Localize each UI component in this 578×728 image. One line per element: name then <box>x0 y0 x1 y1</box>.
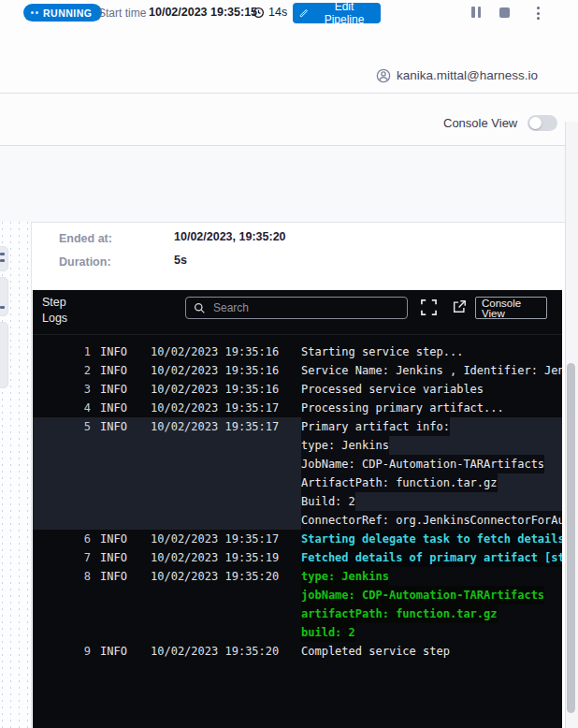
log-message: Completed service step <box>301 642 450 661</box>
log-console-header: Step Logs <box>33 290 562 335</box>
console-view-label: Console View <box>443 116 517 130</box>
execution-graph-area <box>0 146 565 222</box>
step-logs-console: Step Logs <box>33 290 562 728</box>
log-search-box <box>185 297 408 319</box>
log-line: 8 INFO 10/02/2023 19:35:20 type: Jenkins <box>33 567 562 586</box>
log-line: type: Jenkins <box>33 436 562 455</box>
log-line: artifactPath: function.tar.gz <box>33 604 562 623</box>
duration-value: 5s <box>174 254 187 267</box>
log-message: Service Name: Jenkins , Identifier: Jen <box>301 361 562 380</box>
log-message: type: Jenkins <box>301 436 389 455</box>
status-badge-label: RUNNING <box>43 7 93 19</box>
log-timestamp: 10/02/2023 19:35:16 <box>151 361 287 380</box>
log-message: Starting delegate task to fetch details <box>301 530 562 548</box>
log-level: INFO <box>100 548 139 567</box>
log-line: 3 INFO 10/02/2023 19:35:16 Processed ser… <box>33 380 562 399</box>
log-message: Starting service step... <box>301 342 463 361</box>
fullscreen-button[interactable] <box>419 298 438 316</box>
log-line: Build: 2 <box>33 492 562 511</box>
log-message: build: 2 <box>301 623 355 642</box>
log-level: INFO <box>100 380 139 399</box>
log-timestamp: 10/02/2023 19:35:17 <box>151 417 287 436</box>
log-message: Fetched details of primary artifact [st <box>301 548 562 567</box>
log-message: artifactPath: function.tar.gz <box>301 604 498 623</box>
pipeline-execution-screen: RUNNING Start time 10/02/2023 19:35:15 1… <box>0 0 578 728</box>
log-line: 4 INFO 10/02/2023 19:35:17 Processing pr… <box>33 399 562 417</box>
elapsed-time: 14s <box>268 6 287 19</box>
log-timestamp: 10/02/2023 19:35:16 <box>151 380 287 399</box>
log-level: INFO <box>100 567 139 586</box>
external-link-icon <box>452 299 467 314</box>
log-line: 9 INFO 10/02/2023 19:35:20 Completed ser… <box>33 642 562 661</box>
log-line-number: 5 <box>33 417 91 436</box>
log-line-number: 1 <box>33 342 91 361</box>
log-level: INFO <box>100 530 139 548</box>
log-line-number: 6 <box>33 530 91 548</box>
log-timestamp: 10/02/2023 19:35:19 <box>151 548 287 567</box>
log-message: JobName: CDP-Automation-TARArtifacts <box>301 455 544 473</box>
log-timestamp: 10/02/2023 19:35:17 <box>151 530 287 548</box>
user-email[interactable]: kanika.mittal@harness.io <box>397 68 538 82</box>
log-line: jobName: CDP-Automation-TARArtifacts <box>33 586 562 604</box>
log-line: ArtifactPath: function.tar.gz <box>33 473 562 492</box>
log-line: 1 INFO 10/02/2023 19:35:16 Starting serv… <box>33 342 562 361</box>
edit-pipeline-label: Edit Pipeline <box>313 0 375 26</box>
account-bar: kanika.mittal@harness.io <box>0 26 578 94</box>
stop-button[interactable] <box>499 7 510 18</box>
console-view-toggle[interactable] <box>527 115 557 131</box>
user-avatar-icon[interactable] <box>376 68 391 83</box>
log-timestamp: 10/02/2023 19:35:16 <box>151 342 287 361</box>
log-message: Build: 2 <box>301 492 355 511</box>
log-line: 7 INFO 10/02/2023 19:35:19 Fetched detai… <box>33 548 562 567</box>
duration-label: Duration: <box>59 255 111 269</box>
scrollbar-thumb[interactable] <box>567 363 575 713</box>
log-message: ConnectorRef: org.JenkinsConnectorForAu <box>301 511 562 530</box>
log-message: type: Jenkins <box>301 567 389 586</box>
log-message: ArtifactPath: function.tar.gz <box>301 473 498 492</box>
log-level: INFO <box>100 399 139 417</box>
log-message: Processing primary artifact... <box>301 399 504 417</box>
log-message: jobName: CDP-Automation-TARArtifacts <box>301 586 544 604</box>
start-time-value: 10/02/2023 19:35:15 <box>149 6 257 19</box>
log-line-number: 3 <box>33 380 91 399</box>
console-view-button[interactable]: Console View <box>475 297 547 319</box>
start-time-label: Start time <box>98 7 146 20</box>
log-line-number: 4 <box>33 399 91 417</box>
more-options-menu-icon[interactable] <box>531 4 544 22</box>
clock-icon <box>253 7 265 19</box>
running-indicator-icon <box>31 11 38 14</box>
log-timestamp: 10/02/2023 19:35:20 <box>151 567 287 586</box>
log-body: 1 INFO 10/02/2023 19:35:16 Starting serv… <box>33 335 562 728</box>
toggle-knob <box>529 117 542 129</box>
ended-at-value: 10/02/2023, 19:35:20 <box>174 230 286 243</box>
log-line: JobName: CDP-Automation-TARArtifacts <box>33 455 562 473</box>
pipeline-node-partial[interactable] <box>0 277 8 316</box>
fullscreen-icon <box>421 299 437 315</box>
log-timestamp: 10/02/2023 19:35:17 <box>151 399 287 417</box>
search-icon <box>194 302 206 314</box>
log-line: build: 2 <box>33 623 562 642</box>
log-line: 5 INFO 10/02/2023 19:35:17 Primary artif… <box>33 417 562 436</box>
log-line-number: 9 <box>33 642 91 661</box>
ended-at-label: Ended at: <box>59 232 112 245</box>
log-line: ConnectorRef: org.JenkinsConnectorForAu <box>33 511 562 530</box>
search-input[interactable] <box>211 300 399 315</box>
log-level: INFO <box>100 342 139 361</box>
pipeline-node-partial[interactable] <box>0 246 8 271</box>
pause-button[interactable] <box>471 7 483 18</box>
log-line-number: 8 <box>33 567 91 586</box>
edit-pipeline-button[interactable]: Edit Pipeline <box>293 3 381 23</box>
log-line-number: 7 <box>33 548 91 567</box>
log-level: INFO <box>100 417 139 436</box>
view-options-bar: Console View <box>0 94 578 146</box>
scrollbar-track <box>565 122 578 728</box>
pipeline-node-partial[interactable] <box>0 322 8 388</box>
log-line: 6 INFO 10/02/2023 19:35:17 Starting dele… <box>33 530 562 548</box>
execution-top-bar: RUNNING Start time 10/02/2023 19:35:15 1… <box>0 0 578 26</box>
pencil-icon <box>298 8 309 19</box>
open-raw-logs-button[interactable] <box>450 298 469 316</box>
log-message: Processed service variables <box>301 380 484 399</box>
log-timestamp: 10/02/2023 19:35:20 <box>151 642 287 661</box>
log-level: INFO <box>100 642 139 661</box>
log-level: INFO <box>100 361 139 380</box>
